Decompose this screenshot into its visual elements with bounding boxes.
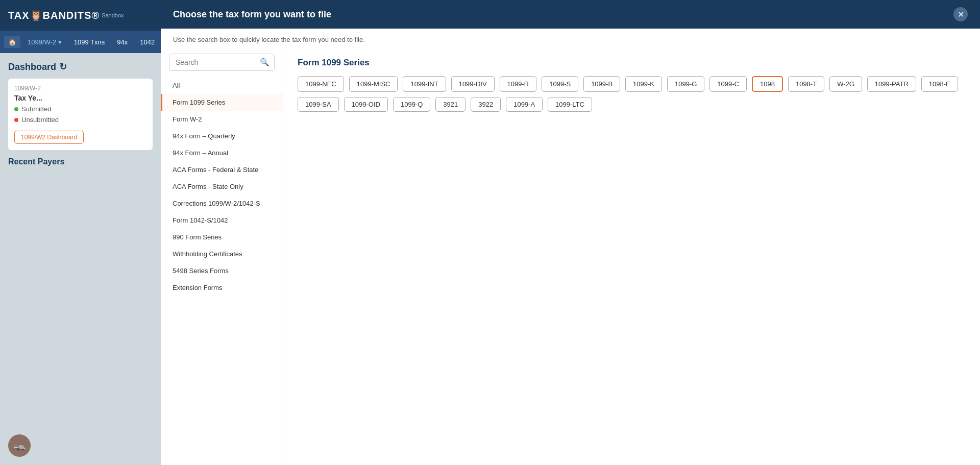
search-box: 🔍 [169,54,275,71]
search-input[interactable] [169,54,275,71]
modal: Choose the tax form you want to file ✕ U… [161,0,980,465]
form-tag-1099-misc[interactable]: 1099-MISC [349,76,398,92]
form-tag-w-2g[interactable]: W-2G [829,76,862,92]
top-nav: 🏠 1099/W-2 ▾ 1099 Txns 94x 1042 [0,31,161,53]
form-tag-1099-sa[interactable]: 1099-SA [298,97,339,112]
search-icon: 🔍 [260,58,270,67]
left-menu-item-3[interactable]: 94x Form – Quarterly [161,128,283,144]
form-tag-3922[interactable]: 3922 [471,97,501,112]
modal-left-panel: 🔍 AllForm 1099 SeriesForm W-294x Form – … [161,47,283,465]
recent-payers-title: Recent Payers [8,157,153,166]
form-tag-1099-b[interactable]: 1099-B [583,76,620,92]
form-tag-1099-g[interactable]: 1099-G [667,76,704,92]
logo-sub: Sandbox [102,12,124,18]
left-menu-item-8[interactable]: Form 1042-S/1042 [161,212,283,229]
modal-right-panel: Form 1099 Series 1099-NEC1099-MISC1099-I… [283,47,980,465]
nav-item-1099txns[interactable]: 1099 Txns [69,36,110,48]
tax-year-value: Tax Ye... [14,94,146,102]
unsubmitted-dot [14,118,18,122]
form-tag-1098[interactable]: 1098 [752,76,783,92]
modal-header: Choose the tax form you want to file ✕ [161,0,980,29]
sidebar-section-1099w2: 1099/W-2 Tax Ye... Submitted Unsubmitted… [8,79,153,150]
form-tag-1099-patr[interactable]: 1099-PATR [867,76,916,92]
form-tag-1099-s[interactable]: 1099-S [542,76,578,92]
sidebar-header: TAX🦉BANDITS® Sandbox [0,0,161,31]
home-nav-button[interactable]: 🏠 [4,36,20,48]
modal-subtitle: Use the search box to quickly locate the… [161,29,980,47]
left-menu-item-5[interactable]: ACA Forms - Federal & State [161,161,283,178]
logo: TAX🦉BANDITS® [8,9,100,21]
form-tag-1099-k[interactable]: 1099-K [625,76,662,92]
form-tag-1098-e[interactable]: 1098-E [921,76,958,92]
left-menu-item-2[interactable]: Form W-2 [161,111,283,128]
left-menu-item-4[interactable]: 94x Form – Annual [161,144,283,161]
left-menu-item-11[interactable]: 5498 Series Forms [161,262,283,279]
left-menu-item-10[interactable]: Withholding Certificates [161,246,283,262]
form-tag-1099-nec[interactable]: 1099-NEC [298,76,344,92]
form-tag-1099-ltc[interactable]: 1099-LTC [548,97,592,112]
submitted-dot [14,107,18,111]
unsubmitted-status: Unsubmitted [14,116,146,124]
form-tag-1099-q[interactable]: 1099-Q [393,97,430,112]
left-menu-item-6[interactable]: ACA Forms - State Only [161,178,283,195]
section-label: 1099/W-2 [14,85,146,92]
form-tag-1099-int[interactable]: 1099-INT [403,76,446,92]
left-menu-item-12[interactable]: Extension Forms [161,279,283,296]
sidebar-content: Dashboard ↻ 1099/W-2 Tax Ye... Submitted… [0,53,161,178]
nav-item-1099w2[interactable]: 1099/W-2 ▾ [22,36,67,48]
close-button[interactable]: ✕ [953,7,968,21]
nav-item-1042[interactable]: 1042 [135,36,160,48]
dashboard-button[interactable]: 1099/W2 Dashboard [14,131,84,144]
left-menu-item-7[interactable]: Corrections 1099/W-2/1042-S [161,195,283,212]
sidebar-title: Dashboard ↻ [8,61,153,72]
left-menu-item-1[interactable]: Form 1099 Series [161,94,283,111]
form-tag-3921[interactable]: 3921 [435,97,465,112]
form-tag-1099-c[interactable]: 1099-C [709,76,747,92]
left-menu-item-0[interactable]: All [161,77,283,94]
form-tag-1099-a[interactable]: 1099-A [506,97,543,112]
form-tags-container: 1099-NEC1099-MISC1099-INT1099-DIV1099-R1… [298,76,966,112]
nav-item-94x[interactable]: 94x [112,36,133,48]
sidebar: TAX🦉BANDITS® Sandbox 🏠 1099/W-2 ▾ 1099 T… [0,0,161,465]
submitted-status: Submitted [14,105,146,113]
avatar: 🦡 [8,434,31,457]
left-menu: AllForm 1099 SeriesForm W-294x Form – Qu… [161,77,283,465]
refresh-icon[interactable]: ↻ [59,61,67,72]
left-menu-item-9[interactable]: 990 Form Series [161,229,283,246]
form-tag-1099-div[interactable]: 1099-DIV [451,76,495,92]
form-tag-1099-oid[interactable]: 1099-OID [344,97,388,112]
modal-body: 🔍 AllForm 1099 SeriesForm W-294x Form – … [161,47,980,465]
form-tag-1099-r[interactable]: 1099-R [500,76,537,92]
modal-title: Choose the tax form you want to file [173,9,331,20]
form-series-title: Form 1099 Series [298,58,966,68]
form-tag-1098-t[interactable]: 1098-T [788,76,824,92]
